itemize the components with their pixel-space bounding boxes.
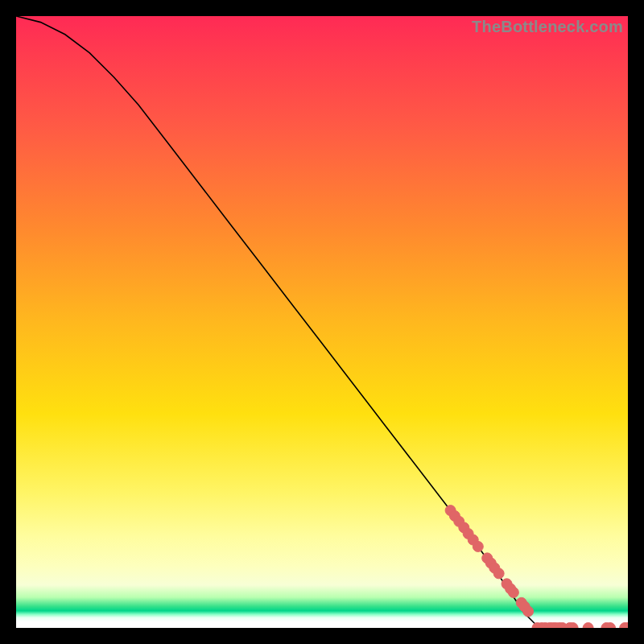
chart-overlay bbox=[16, 16, 628, 628]
data-point bbox=[523, 606, 534, 617]
chart-frame: TheBottleneck.com bbox=[0, 0, 644, 644]
data-point bbox=[473, 541, 483, 551]
data-point bbox=[508, 587, 518, 597]
scatter-bottom bbox=[532, 623, 628, 629]
data-point bbox=[583, 623, 593, 629]
data-point bbox=[493, 568, 504, 579]
plot-area: TheBottleneck.com bbox=[16, 16, 628, 628]
scatter-on-curve bbox=[445, 506, 534, 617]
